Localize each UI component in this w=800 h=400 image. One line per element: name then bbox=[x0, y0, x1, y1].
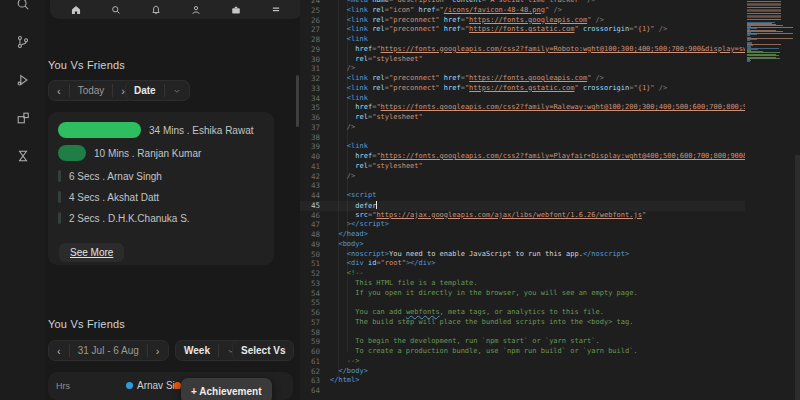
line-number[interactable]: 25 bbox=[300, 6, 330, 16]
code-line[interactable]: 26 <link rel="preconnect" href="https://… bbox=[300, 16, 745, 26]
code-line[interactable]: 50 <noscript>You need to enable JavaScri… bbox=[300, 250, 745, 260]
code-line[interactable]: 48 </head> bbox=[300, 230, 745, 240]
line-number[interactable]: 41 bbox=[300, 162, 330, 172]
achievement-button[interactable]: + Achievement bbox=[181, 378, 272, 400]
code-line[interactable]: 53 This HTML file is a template. bbox=[300, 279, 745, 289]
line-number[interactable]: 62 bbox=[300, 367, 330, 377]
activity-search-button[interactable] bbox=[0, 0, 45, 19]
code-line[interactable]: 63</html> bbox=[300, 376, 745, 386]
code-line[interactable]: 49 <body> bbox=[300, 240, 745, 250]
line-number[interactable]: 50 bbox=[300, 250, 330, 260]
line-number[interactable]: 38 bbox=[300, 133, 330, 143]
nav-organization-button[interactable] bbox=[228, 2, 244, 18]
nav-search-button[interactable] bbox=[108, 2, 124, 18]
code-line[interactable]: 35 href="https://fonts.googleapis.com/cs… bbox=[300, 103, 745, 113]
nav-menu-button[interactable] bbox=[268, 2, 284, 18]
code-line[interactable]: 38 bbox=[300, 133, 745, 143]
code-line[interactable]: 28 <link bbox=[300, 35, 745, 45]
code-line[interactable]: 60 To create a production bundle, use `n… bbox=[300, 347, 745, 357]
line-number[interactable]: 44 bbox=[300, 191, 330, 201]
code-line[interactable]: 30 rel="stylesheet" bbox=[300, 55, 745, 65]
code-line[interactable]: 57 The build step will place the bundled… bbox=[300, 318, 745, 328]
code-line[interactable]: 56 You can add webfonts, meta tags, or a… bbox=[300, 308, 745, 318]
code-editor[interactable]: 24 <meta name="description" content="A s… bbox=[300, 0, 800, 400]
preview-scrollbar[interactable] bbox=[296, 75, 299, 127]
line-number[interactable]: 33 bbox=[300, 84, 330, 94]
line-number[interactable]: 49 bbox=[300, 240, 330, 250]
prev-day-button[interactable]: ‹ bbox=[49, 84, 69, 97]
line-number[interactable]: 32 bbox=[300, 74, 330, 84]
editor-scrollbar[interactable] bbox=[795, 155, 800, 400]
line-number[interactable]: 52 bbox=[300, 269, 330, 279]
code-line[interactable]: 32 <link rel="preconnect" href="https://… bbox=[300, 74, 745, 84]
line-number[interactable]: 57 bbox=[300, 318, 330, 328]
line-number[interactable]: 39 bbox=[300, 142, 330, 152]
line-number[interactable]: 55 bbox=[300, 298, 330, 308]
code-line[interactable]: 34 <link bbox=[300, 94, 745, 104]
code-line[interactable]: 44 <script bbox=[300, 191, 745, 201]
line-number[interactable]: 60 bbox=[300, 347, 330, 357]
code-line[interactable]: 54 If you open it directly in the browse… bbox=[300, 289, 745, 299]
line-number[interactable]: 42 bbox=[300, 172, 330, 182]
activity-extensions-button[interactable] bbox=[0, 107, 45, 133]
line-number[interactable]: 48 bbox=[300, 230, 330, 240]
activity-run-debug-button[interactable] bbox=[0, 69, 45, 95]
nav-profile-button[interactable] bbox=[188, 2, 204, 18]
code-line[interactable]: 47 ></script> bbox=[300, 220, 745, 230]
code-line[interactable]: 46 src="https://ajax.googleapis.com/ajax… bbox=[300, 211, 745, 221]
minimap[interactable] bbox=[745, 0, 795, 400]
line-number[interactable]: 28 bbox=[300, 35, 330, 45]
code-line[interactable]: 43 bbox=[300, 181, 745, 191]
date-filter-dropdown[interactable]: Date bbox=[125, 80, 190, 101]
line-number[interactable]: 31 bbox=[300, 64, 330, 74]
code-line[interactable]: 52 <!-- bbox=[300, 269, 745, 279]
line-number[interactable]: 53 bbox=[300, 279, 330, 289]
nav-home-button[interactable] bbox=[68, 2, 84, 18]
code-line[interactable]: 37 /> bbox=[300, 123, 745, 133]
line-number[interactable]: 36 bbox=[300, 113, 330, 123]
code-line[interactable]: 59 To begin the development, run `npm st… bbox=[300, 337, 745, 347]
line-number[interactable]: 34 bbox=[300, 94, 330, 104]
line-number[interactable]: 37 bbox=[300, 123, 330, 133]
line-number[interactable]: 40 bbox=[300, 152, 330, 162]
next-week-button[interactable]: › bbox=[147, 344, 168, 357]
line-number[interactable]: 30 bbox=[300, 55, 330, 65]
line-number[interactable]: 51 bbox=[300, 259, 330, 269]
line-number[interactable]: 59 bbox=[300, 337, 330, 347]
code-line[interactable]: 33 <link rel="preconnect" href="https://… bbox=[300, 84, 745, 94]
select-vs-button[interactable]: Select Vs bbox=[232, 340, 294, 361]
line-number[interactable]: 27 bbox=[300, 25, 330, 35]
code-line[interactable]: 55 bbox=[300, 298, 745, 308]
line-number[interactable]: 46 bbox=[300, 211, 330, 221]
line-number[interactable]: 43 bbox=[300, 181, 330, 191]
code-line[interactable]: 64 bbox=[300, 386, 745, 396]
line-number[interactable]: 63 bbox=[300, 376, 330, 386]
code-line[interactable]: 39 <link bbox=[300, 142, 745, 152]
code-line[interactable]: 61 --> bbox=[300, 357, 745, 367]
code-line[interactable]: 31 /> bbox=[300, 64, 745, 74]
line-number[interactable]: 47 bbox=[300, 220, 330, 230]
line-number[interactable]: 26 bbox=[300, 16, 330, 26]
line-number[interactable]: 35 bbox=[300, 103, 330, 113]
activity-hourglass-button[interactable] bbox=[0, 145, 45, 171]
activity-source-control-button[interactable] bbox=[0, 31, 45, 57]
nav-notifications-button[interactable] bbox=[148, 2, 164, 18]
line-number[interactable]: 45 bbox=[300, 201, 330, 211]
code-line[interactable]: 40 href="https://fonts.googleapis.com/cs… bbox=[300, 152, 745, 162]
code-line[interactable]: 58 bbox=[300, 328, 745, 338]
code-line[interactable]: 36 rel="stylesheet" bbox=[300, 113, 745, 123]
code-line[interactable]: 51 <div id="root"></div> bbox=[300, 259, 745, 269]
code-line[interactable]: 41 rel="stylesheet" bbox=[300, 162, 745, 172]
code-line[interactable]: 29 href="https://fonts.googleapis.com/cs… bbox=[300, 45, 745, 55]
code-line[interactable]: 42 /> bbox=[300, 172, 745, 182]
line-number[interactable]: 64 bbox=[300, 386, 330, 396]
line-number[interactable]: 54 bbox=[300, 289, 330, 299]
code-line[interactable]: 27 <link rel="preconnect" href="https://… bbox=[300, 25, 745, 35]
line-number[interactable]: 58 bbox=[300, 328, 330, 338]
line-number[interactable]: 56 bbox=[300, 308, 330, 318]
code-line[interactable]: 62 </body> bbox=[300, 367, 745, 377]
code-line[interactable]: 25 <link rel="icon" href="/icons/favicon… bbox=[300, 6, 745, 16]
prev-week-button[interactable]: ‹ bbox=[49, 344, 69, 357]
code-line[interactable]: 45 defer bbox=[300, 201, 745, 211]
see-more-button[interactable]: See More bbox=[59, 243, 124, 262]
